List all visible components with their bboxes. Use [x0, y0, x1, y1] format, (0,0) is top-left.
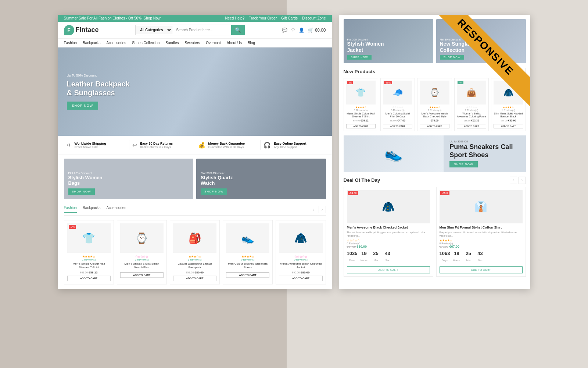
nav-backpacks[interactable]: Backpacks — [83, 41, 100, 45]
add-to-cart-sneakers[interactable]: ADD TO CART — [226, 272, 269, 278]
tab-backpacks[interactable]: Backpacks — [83, 206, 100, 213]
promo-jacket-content: Flat 20% Discount Stylish WomenJacket SH… — [347, 38, 384, 60]
product-card-watch: ⌚ ☆☆☆☆☆ 0 Review(s) Men's Unisex Stylist… — [117, 220, 167, 284]
left-screenshot: Summer Sale For All Fashion Clothes - Of… — [58, 15, 332, 289]
product-img-tshirt: -9% 👕 — [67, 223, 111, 253]
timer-days-shirt-label: Days — [442, 259, 448, 262]
deal-prev[interactable]: ‹ — [510, 177, 517, 184]
puma-btn[interactable]: SHOP NOW — [449, 161, 477, 167]
deal-add-jacket[interactable]: ADD TO CART — [347, 266, 430, 273]
deal-prices-shirt: €72.00 €67.00 — [440, 245, 523, 248]
nav-overcoat[interactable]: Overcoat — [206, 41, 221, 45]
hero-content: Up To 50% Discount Leather Backpack& Sun… — [58, 65, 139, 118]
np-badge-tshirt: -8% — [347, 81, 353, 84]
search-input[interactable] — [172, 26, 231, 34]
nav-sandles[interactable]: Sandles — [165, 41, 179, 45]
product-card-backpack: 🎒 ★★★☆☆ 1 Review(s) Casual Waterproof La… — [170, 220, 220, 284]
product-old-price: €69.00 — [80, 271, 88, 274]
chat-icon[interactable]: 💬 — [282, 28, 287, 33]
responsive-banner: RESPONSIVE — [413, 15, 530, 132]
np-cur-cap: €47.00 — [398, 119, 405, 122]
timer-hours-jacket: 19 Hours — [359, 251, 369, 263]
timer-days-jacket: 1035 Days — [347, 251, 358, 263]
top-bar-links: Need Help? Track Your Order Gift Cards D… — [225, 16, 326, 20]
header: F Fintace All Categories 🔍 💬 ♡ 👤 🛒 €0.00 — [58, 22, 332, 39]
right-screenshot: RESPONSIVE Flat 20% Discount Stylish Wom… — [339, 15, 530, 289]
help-link[interactable]: Need Help? — [225, 16, 244, 20]
deal-next[interactable]: › — [519, 177, 526, 184]
add-to-cart-watch[interactable]: ADD TO CART — [120, 272, 164, 278]
logo-text: Fintace — [76, 26, 99, 34]
timer-hours-shirt-num: 18 — [451, 251, 462, 256]
promo-women-bags-label: Flat 20% Discount — [68, 171, 103, 175]
account-icon[interactable]: 👤 — [299, 28, 304, 33]
np-add-cap[interactable]: ADD TO CART — [383, 124, 412, 128]
nav-bar: Fashion Backpacks Accessories Shoes Coll… — [58, 39, 332, 47]
timer-sec-num: 43 — [382, 251, 392, 256]
promo-jacket-label: Flat 20% Discount — [347, 38, 384, 41]
tab-accessories[interactable]: Accessories — [106, 206, 126, 213]
deal-name-shirt: Men Slim Fit Formal Stylist Cotton Shirt — [440, 226, 523, 229]
gift-link[interactable]: Gift Cards — [281, 16, 298, 20]
timer-min-shirt-label: Min — [466, 259, 470, 262]
feature-shipping: ✈ Worldwide Shipping Order Above $100 — [64, 140, 130, 150]
hero-cta-button[interactable]: SHOP NOW — [67, 102, 98, 110]
promo-jacket-btn[interactable]: SHOP NOW — [347, 55, 372, 60]
tab-prev-arrow[interactable]: ‹ — [310, 206, 317, 213]
promo-women-bags-content: Flat 20% Discount Stylish WomenBags SHOP… — [68, 171, 103, 195]
product-card: -9% 👕 ★★★★☆ 1 Review(s) Men's Single Col… — [64, 220, 114, 284]
promo-women-bags-title: Stylish WomenBags — [68, 175, 103, 186]
add-to-cart-backpack[interactable]: ADD TO CART — [173, 276, 216, 281]
product-reviews-jacket: 0 Review(s) — [279, 258, 322, 261]
product-old-backpack: €93.00 — [186, 271, 194, 274]
header-icons: 💬 ♡ 👤 🛒 €0.00 — [282, 28, 326, 33]
timer-days-shirt: 1063 Days — [440, 251, 450, 263]
promo-quartz-btn[interactable]: SHOP NOW — [201, 188, 227, 195]
product-name-watch: Men's Unisex Stylist Smart Watch Blue — [120, 262, 164, 270]
cart-icon[interactable]: 🛒 €0.00 — [308, 28, 326, 33]
logo[interactable]: F Fintace — [64, 25, 99, 35]
top-promo-text: Summer Sale For All Fashion Clothes - Of… — [64, 16, 161, 20]
np-name-cap: Men's Coloring Stylist Print 20 Caps — [383, 112, 412, 118]
nav-shoes[interactable]: Shoes Collection — [132, 41, 159, 45]
promo-women-bags-btn[interactable]: SHOP NOW — [68, 188, 95, 195]
deal-cur-jacket: €80.00 — [356, 245, 367, 248]
np-add-tshirt[interactable]: ADD TO CART — [346, 124, 376, 128]
feature-returns-text: Easy 30 Day Returns Back Returns In 7 Da… — [140, 142, 173, 149]
nav-blog[interactable]: Blog — [248, 41, 255, 45]
product-name-sneakers: Men Colour Blocked Sneakers Shoes — [226, 262, 269, 270]
feature-support: 🎧 Easy Online Support Any Time Support — [261, 140, 326, 150]
tab-fashion[interactable]: Fashion — [64, 206, 77, 213]
product-reviews: 1 Review(s) — [67, 258, 111, 261]
nav-fashion[interactable]: Fashion — [64, 41, 77, 45]
deal-reviews-shirt: 0 Review(s) — [440, 242, 523, 245]
deal-prices-jacket: €64.00 €80.00 — [347, 245, 430, 248]
search-button[interactable]: 🔍 — [231, 25, 245, 35]
tab-next-arrow[interactable]: › — [319, 206, 326, 213]
guarantee-icon: 💰 — [198, 142, 205, 149]
tabs-section: Fashion Backpacks Accessories ‹ › — [58, 203, 332, 216]
product-stars-jacket: ☆☆☆☆☆ — [279, 255, 322, 258]
responsive-label: RESPONSIVE — [426, 15, 530, 107]
track-link[interactable]: Track Your Order — [249, 16, 277, 20]
timer-hours-label: Hours — [361, 259, 368, 262]
product-prices-backpack: €93.00 €80.00 — [173, 271, 216, 274]
add-to-cart-jacket[interactable]: ADD TO CART — [279, 276, 322, 281]
discount-link[interactable]: Discount Zone — [302, 16, 326, 20]
np-card-cap: -43.00 🧢 ☆☆☆☆☆ 0 Review(s) Men's Colorin… — [380, 78, 415, 131]
wishlist-icon[interactable]: ♡ — [291, 28, 295, 33]
np-img-cap: -43.00 🧢 — [383, 81, 412, 105]
deal-badge-shirt: -€5.0 — [440, 191, 450, 195]
nav-about[interactable]: About Us — [227, 41, 242, 45]
deal-img-shirt: 👔 — [440, 190, 523, 223]
deal-title: Deal Of The Day — [344, 177, 380, 183]
product-current-backpack: €80.00 — [195, 271, 204, 274]
nav-accessories[interactable]: Accessories — [106, 41, 126, 45]
deal-add-shirt[interactable]: ADD TO CART — [440, 266, 523, 273]
feature-guarantee-text: Money Back Guarantee Guarantee With In 3… — [208, 142, 245, 149]
category-select[interactable]: All Categories — [136, 26, 172, 34]
promo-banners: Flat 20% Discount Stylish WomenBags SHOP… — [58, 155, 332, 203]
nav-sweaters[interactable]: Sweaters — [185, 41, 200, 45]
add-to-cart-tshirt[interactable]: ADD TO CART — [67, 276, 111, 281]
promo-jacket-title: Stylish WomenJacket — [347, 41, 384, 53]
